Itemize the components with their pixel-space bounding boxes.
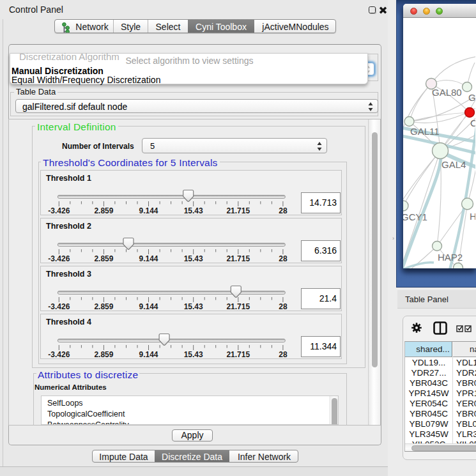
svg-text:15.43: 15.43 (184, 350, 203, 359)
svg-text:9.144: 9.144 (139, 302, 158, 311)
svg-text:9.144: 9.144 (139, 254, 158, 263)
svg-text:21.715: 21.715 (226, 206, 250, 215)
svg-text:HAP2: HAP2 (438, 252, 463, 263)
svg-text:28: 28 (279, 254, 288, 263)
svg-text:2.859: 2.859 (94, 254, 113, 263)
svg-text:28: 28 (279, 206, 288, 215)
svg-text:-3.426: -3.426 (48, 302, 70, 311)
svg-text:H: H (470, 211, 475, 222)
svg-text:28: 28 (279, 350, 288, 359)
svg-text:15.43: 15.43 (184, 302, 203, 311)
svg-text:-3.426: -3.426 (48, 350, 70, 359)
svg-text:2.859: 2.859 (94, 350, 113, 359)
svg-text:GAL80: GAL80 (432, 87, 462, 98)
svg-text:2.859: 2.859 (94, 302, 113, 311)
svg-text:GA: GA (468, 92, 475, 103)
svg-text:15.43: 15.43 (184, 206, 203, 215)
svg-text:15.43: 15.43 (184, 254, 203, 263)
svg-text:21.715: 21.715 (226, 350, 250, 359)
svg-text:2.859: 2.859 (94, 206, 113, 215)
svg-text:-3.426: -3.426 (48, 206, 70, 215)
svg-text:GCY1: GCY1 (403, 211, 427, 222)
svg-text:-3.426: -3.426 (48, 254, 70, 263)
svg-text:9.144: 9.144 (139, 206, 158, 215)
svg-text:21.715: 21.715 (226, 302, 250, 311)
svg-text:28: 28 (279, 302, 288, 311)
svg-text:21.715: 21.715 (226, 254, 250, 263)
svg-text:CY: CY (470, 118, 475, 128)
svg-text:GAL11: GAL11 (410, 126, 440, 137)
svg-text:GAL4: GAL4 (441, 159, 466, 170)
svg-text:9.144: 9.144 (139, 350, 158, 359)
